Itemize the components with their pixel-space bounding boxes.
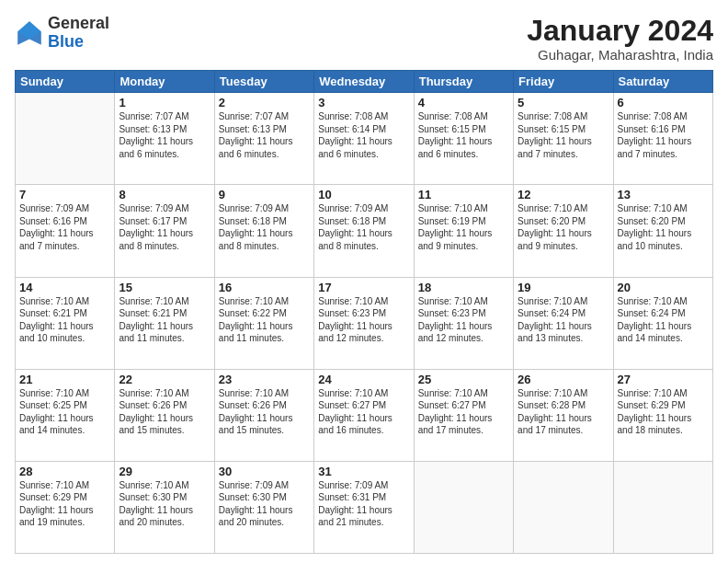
sunset-text: Sunset: 6:22 PM: [219, 308, 287, 318]
sunrise-text: Sunrise: 7:08 AM: [618, 111, 688, 121]
day-number: 21: [19, 373, 110, 386]
calendar-cell-w1-d1: [16, 93, 115, 185]
day-info: Sunrise: 7:08 AMSunset: 6:16 PMDaylight:…: [618, 110, 709, 160]
sunrise-text: Sunrise: 7:08 AM: [518, 111, 587, 121]
sunrise-text: Sunrise: 7:10 AM: [119, 388, 188, 398]
sunrise-text: Sunrise: 7:10 AM: [418, 388, 488, 398]
calendar-cell-w5-d6: [514, 461, 613, 553]
daylight-text: Daylight: 11 hours and 12 minutes.: [318, 321, 392, 344]
day-info: Sunrise: 7:09 AMSunset: 6:16 PMDaylight:…: [19, 202, 110, 252]
day-info: Sunrise: 7:10 AMSunset: 6:19 PMDaylight:…: [418, 202, 509, 252]
calendar-cell-w3-d3: 16Sunrise: 7:10 AMSunset: 6:22 PMDayligh…: [214, 277, 313, 369]
day-info: Sunrise: 7:10 AMSunset: 6:29 PMDaylight:…: [618, 387, 709, 437]
sunrise-text: Sunrise: 7:09 AM: [318, 480, 388, 490]
daylight-text: Daylight: 11 hours and 10 minutes.: [19, 321, 94, 344]
day-info: Sunrise: 7:10 AMSunset: 6:22 PMDaylight:…: [219, 295, 310, 345]
daylight-text: Daylight: 11 hours and 11 minutes.: [219, 321, 293, 344]
sunset-text: Sunset: 6:29 PM: [19, 492, 87, 502]
daylight-text: Daylight: 11 hours and 17 minutes.: [518, 413, 592, 436]
day-number: 14: [19, 281, 110, 294]
sunset-text: Sunset: 6:17 PM: [119, 216, 187, 226]
day-info: Sunrise: 7:10 AMSunset: 6:27 PMDaylight:…: [418, 387, 509, 437]
sunrise-text: Sunrise: 7:09 AM: [119, 203, 188, 213]
calendar-cell-w3-d5: 18Sunrise: 7:10 AMSunset: 6:23 PMDayligh…: [414, 277, 513, 369]
calendar-table: Sunday Monday Tuesday Wednesday Thursday…: [15, 70, 713, 554]
day-number: 16: [219, 281, 310, 294]
sunrise-text: Sunrise: 7:08 AM: [418, 111, 488, 121]
sunrise-text: Sunrise: 7:09 AM: [219, 203, 289, 213]
daylight-text: Daylight: 11 hours and 9 minutes.: [418, 228, 493, 251]
day-number: 5: [518, 96, 609, 109]
daylight-text: Daylight: 11 hours and 20 minutes.: [119, 505, 193, 528]
day-info: Sunrise: 7:10 AMSunset: 6:29 PMDaylight:…: [19, 479, 110, 529]
calendar-cell-w1-d4: 3Sunrise: 7:08 AMSunset: 6:14 PMDaylight…: [314, 93, 414, 185]
day-info: Sunrise: 7:10 AMSunset: 6:24 PMDaylight:…: [618, 295, 709, 345]
sunrise-text: Sunrise: 7:10 AM: [318, 388, 388, 398]
day-number: 23: [219, 373, 310, 386]
sunrise-text: Sunrise: 7:10 AM: [19, 296, 89, 306]
calendar-cell-w2-d4: 10Sunrise: 7:09 AMSunset: 6:18 PMDayligh…: [314, 185, 414, 277]
sunset-text: Sunset: 6:23 PM: [418, 308, 486, 318]
sunrise-text: Sunrise: 7:10 AM: [219, 296, 289, 306]
daylight-text: Daylight: 11 hours and 15 minutes.: [219, 413, 293, 436]
day-number: 28: [19, 465, 110, 478]
day-info: Sunrise: 7:10 AMSunset: 6:25 PMDaylight:…: [19, 387, 110, 437]
sunrise-text: Sunrise: 7:08 AM: [318, 111, 388, 121]
calendar-week-2: 7Sunrise: 7:09 AMSunset: 6:16 PMDaylight…: [16, 185, 713, 277]
sunrise-text: Sunrise: 7:09 AM: [219, 480, 289, 490]
sunset-text: Sunset: 6:14 PM: [318, 124, 386, 134]
daylight-text: Daylight: 11 hours and 10 minutes.: [618, 228, 692, 251]
daylight-text: Daylight: 11 hours and 7 minutes.: [19, 228, 94, 251]
daylight-text: Daylight: 11 hours and 8 minutes.: [219, 228, 293, 251]
calendar-cell-w4-d5: 25Sunrise: 7:10 AMSunset: 6:27 PMDayligh…: [414, 369, 513, 461]
col-thursday: Thursday: [414, 71, 513, 93]
sunrise-text: Sunrise: 7:10 AM: [618, 296, 688, 306]
daylight-text: Daylight: 11 hours and 6 minutes.: [418, 136, 493, 159]
sunset-text: Sunset: 6:20 PM: [518, 216, 586, 226]
calendar-cell-w5-d2: 29Sunrise: 7:10 AMSunset: 6:30 PMDayligh…: [115, 461, 214, 553]
day-number: 11: [418, 188, 509, 201]
sunset-text: Sunset: 6:27 PM: [318, 400, 386, 410]
col-tuesday: Tuesday: [214, 71, 313, 93]
calendar-cell-w3-d2: 15Sunrise: 7:10 AMSunset: 6:21 PMDayligh…: [115, 277, 214, 369]
sunset-text: Sunset: 6:28 PM: [518, 400, 586, 410]
day-info: Sunrise: 7:10 AMSunset: 6:27 PMDaylight:…: [318, 387, 409, 437]
sunset-text: Sunset: 6:18 PM: [219, 216, 287, 226]
col-sunday: Sunday: [16, 71, 115, 93]
daylight-text: Daylight: 11 hours and 19 minutes.: [19, 505, 94, 528]
day-number: 27: [618, 373, 709, 386]
sunset-text: Sunset: 6:24 PM: [618, 308, 686, 318]
sunrise-text: Sunrise: 7:10 AM: [418, 203, 488, 213]
calendar-cell-w2-d6: 12Sunrise: 7:10 AMSunset: 6:20 PMDayligh…: [514, 185, 613, 277]
col-wednesday: Wednesday: [314, 71, 414, 93]
daylight-text: Daylight: 11 hours and 9 minutes.: [518, 228, 592, 251]
day-number: 12: [518, 188, 609, 201]
calendar-cell-w4-d3: 23Sunrise: 7:10 AMSunset: 6:26 PMDayligh…: [214, 369, 313, 461]
sunset-text: Sunset: 6:25 PM: [19, 400, 87, 410]
day-number: 10: [318, 188, 409, 201]
calendar-cell-w4-d6: 26Sunrise: 7:10 AMSunset: 6:28 PMDayligh…: [514, 369, 613, 461]
sunset-text: Sunset: 6:29 PM: [618, 400, 686, 410]
day-info: Sunrise: 7:09 AMSunset: 6:18 PMDaylight:…: [318, 202, 409, 252]
day-number: 6: [618, 96, 709, 109]
day-number: 7: [19, 188, 110, 201]
day-info: Sunrise: 7:09 AMSunset: 6:18 PMDaylight:…: [219, 202, 310, 252]
calendar-cell-w5-d7: [613, 461, 712, 553]
day-number: 3: [318, 96, 409, 109]
daylight-text: Daylight: 11 hours and 6 minutes.: [119, 136, 193, 159]
daylight-text: Daylight: 11 hours and 11 minutes.: [119, 321, 193, 344]
daylight-text: Daylight: 11 hours and 14 minutes.: [618, 321, 692, 344]
title-block: January 2024 Guhagar, Maharashtra, India: [527, 15, 713, 63]
sunrise-text: Sunrise: 7:10 AM: [119, 296, 188, 306]
sunrise-text: Sunrise: 7:10 AM: [618, 388, 688, 398]
day-info: Sunrise: 7:10 AMSunset: 6:21 PMDaylight:…: [119, 295, 210, 345]
day-info: Sunrise: 7:10 AMSunset: 6:20 PMDaylight:…: [618, 202, 709, 252]
daylight-text: Daylight: 11 hours and 16 minutes.: [318, 413, 392, 436]
daylight-text: Daylight: 11 hours and 8 minutes.: [119, 228, 193, 251]
day-number: 8: [119, 188, 210, 201]
sunset-text: Sunset: 6:15 PM: [418, 124, 486, 134]
sunset-text: Sunset: 6:21 PM: [119, 308, 187, 318]
day-info: Sunrise: 7:08 AMSunset: 6:15 PMDaylight:…: [418, 110, 509, 160]
daylight-text: Daylight: 11 hours and 6 minutes.: [318, 136, 392, 159]
header: General Blue January 2024 Guhagar, Mahar…: [15, 15, 713, 63]
